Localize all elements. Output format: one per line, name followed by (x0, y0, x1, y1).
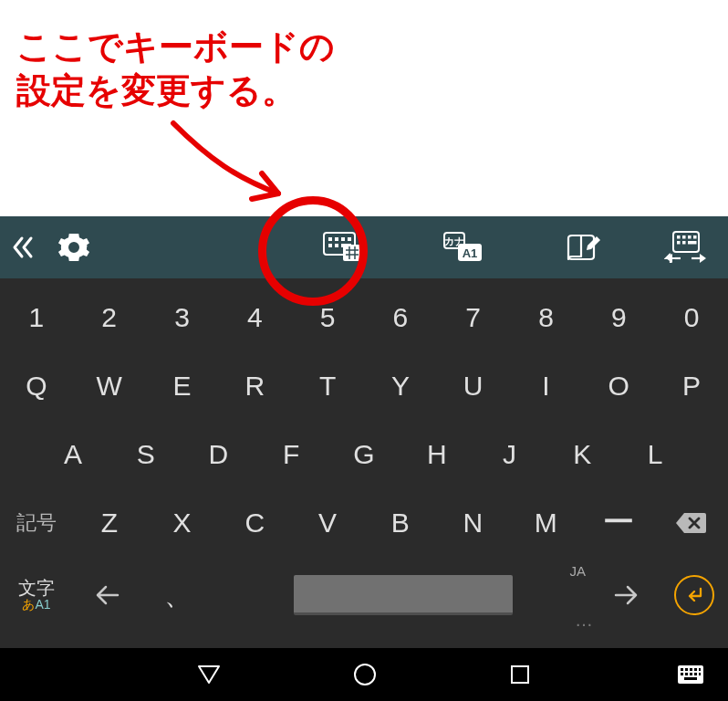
mode-sub-label: あA1 (22, 598, 50, 612)
svg-rect-18 (677, 235, 681, 239)
qwerty-row-1: Q W E R T Y U I O P (0, 351, 728, 420)
svg-rect-3 (341, 237, 345, 241)
key-t[interactable]: T (291, 351, 364, 420)
key-h[interactable]: H (400, 420, 473, 488)
cursor-right-key[interactable] (591, 560, 660, 631)
svg-rect-36 (685, 673, 688, 675)
key-f[interactable]: F (255, 420, 328, 488)
dictionary-button[interactable] (524, 216, 644, 278)
key-k[interactable]: K (546, 420, 619, 488)
qwerty-row-2: A S D F G H J K L (0, 420, 728, 488)
cursor-left-key[interactable] (73, 560, 141, 631)
nav-keyboard-button[interactable] (677, 664, 704, 685)
key-l[interactable]: L (619, 420, 692, 488)
key-g[interactable]: G (328, 420, 400, 488)
key-8[interactable]: 8 (510, 283, 583, 351)
svg-rect-5 (328, 244, 332, 247)
backspace-icon (675, 511, 708, 535)
gear-icon (57, 231, 90, 264)
key-z[interactable]: Z (73, 488, 146, 557)
enter-icon (684, 586, 704, 604)
qwerty-row-3: 記号 Z X C V B N M ー (0, 488, 728, 557)
svg-rect-23 (682, 241, 686, 245)
nav-home-icon (353, 663, 377, 686)
settings-button[interactable] (44, 216, 104, 278)
key-a[interactable]: A (36, 420, 109, 488)
key-j[interactable]: J (473, 420, 546, 488)
annotation-text: ここでキーボードの 設定を変更する。 (16, 26, 335, 112)
comma-key[interactable]: 、 (141, 560, 214, 631)
arrow-right-icon (613, 584, 639, 606)
language-indicator: JA (569, 563, 586, 579)
svg-rect-39 (699, 673, 701, 675)
nav-recent-icon (509, 664, 531, 685)
key-6[interactable]: 6 (364, 283, 437, 351)
key-e[interactable]: E (146, 351, 219, 420)
collapse-button[interactable] (0, 216, 44, 278)
move-keyboard-button[interactable] (644, 216, 728, 278)
key-1[interactable]: 1 (0, 283, 73, 351)
book-edit-icon (566, 233, 602, 262)
key-p[interactable]: P (655, 351, 728, 420)
key-v[interactable]: V (291, 488, 364, 557)
key-s[interactable]: S (109, 420, 182, 488)
annotation-area: ここでキーボードの 設定を変更する。 (0, 0, 728, 216)
nav-home-button[interactable] (353, 663, 377, 686)
key-5[interactable]: 5 (291, 283, 364, 351)
key-m[interactable]: M (509, 488, 582, 557)
svg-rect-19 (682, 235, 686, 239)
dash-key[interactable]: ー (582, 488, 655, 557)
key-o[interactable]: O (582, 351, 655, 420)
keyboard-move-icon (664, 229, 708, 266)
keyboard-layout-button[interactable] (283, 216, 403, 278)
key-r[interactable]: R (218, 351, 291, 420)
key-y[interactable]: Y (364, 351, 437, 420)
key-3[interactable]: 3 (146, 283, 219, 351)
svg-rect-2 (335, 237, 338, 241)
key-7[interactable]: 7 (437, 283, 510, 351)
annotation-line1: ここでキーボードの (16, 27, 335, 66)
number-row: 1 2 3 4 5 6 7 8 9 0 (0, 283, 728, 351)
key-w[interactable]: W (73, 351, 146, 420)
key-i[interactable]: I (510, 351, 583, 420)
svg-rect-32 (690, 668, 692, 671)
key-c[interactable]: C (218, 488, 291, 557)
nav-recent-button[interactable] (509, 664, 531, 685)
key-9[interactable]: 9 (582, 283, 655, 351)
key-x[interactable]: X (146, 488, 219, 557)
keyboard-toolbar: カナ A1 (0, 216, 728, 278)
nav-keyboard-icon (677, 664, 704, 685)
svg-rect-20 (688, 235, 692, 239)
arrow-left-icon (95, 584, 120, 606)
space-key[interactable] (294, 575, 513, 615)
key-n[interactable]: N (437, 488, 510, 557)
svg-point-27 (355, 664, 375, 685)
key-b[interactable]: B (364, 488, 437, 557)
key-0[interactable]: 0 (655, 283, 728, 351)
svg-rect-1 (328, 237, 332, 241)
key-2[interactable]: 2 (73, 283, 146, 351)
nav-back-button[interactable] (197, 663, 221, 686)
annotation-arrow (160, 119, 324, 219)
keyboard-layout-icon (323, 232, 363, 263)
backspace-key[interactable] (655, 488, 728, 557)
bottom-row: 文字 あA1 、 JA … (0, 560, 728, 631)
key-4[interactable]: 4 (218, 283, 291, 351)
chevrons-left-icon (9, 235, 35, 260)
nav-back-icon (197, 663, 221, 686)
svg-rect-24 (688, 241, 697, 245)
symbols-key[interactable]: 記号 (0, 488, 73, 557)
enter-key[interactable] (660, 560, 728, 631)
key-d[interactable]: D (182, 420, 255, 488)
key-u[interactable]: U (437, 351, 510, 420)
overflow-indicator: … (575, 610, 593, 631)
svg-rect-28 (512, 666, 528, 683)
key-q[interactable]: Q (0, 351, 73, 420)
svg-rect-31 (685, 668, 688, 671)
svg-rect-4 (348, 237, 351, 241)
svg-marker-26 (700, 254, 706, 263)
input-mode-button[interactable]: カナ A1 (403, 216, 524, 278)
keyboard-area: 1 2 3 4 5 6 7 8 9 0 Q W E R T Y U I O P … (0, 278, 728, 648)
svg-rect-21 (693, 235, 697, 239)
mode-switch-key[interactable]: 文字 あA1 (0, 560, 73, 631)
